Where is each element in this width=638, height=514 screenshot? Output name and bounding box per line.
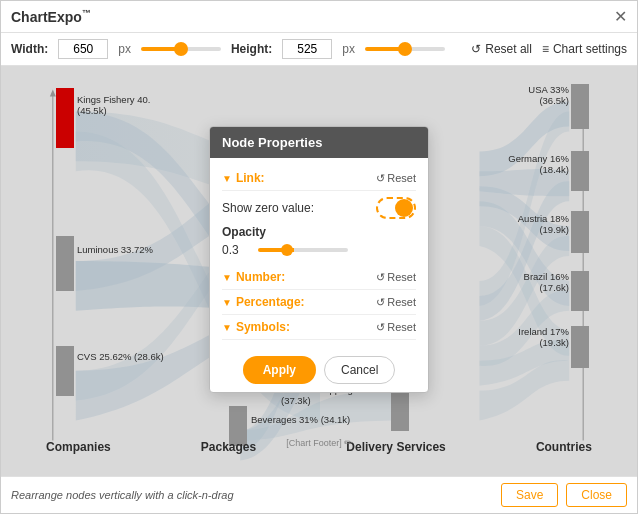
main-window: ChartExpo™ ✕ Width: px Height: px ↺ Rese… [0,0,638,514]
height-label: Height: [231,42,272,56]
title-bar: ChartExpo™ ✕ [1,1,637,33]
height-slider[interactable] [365,47,445,51]
number-label: ▼ Number: [222,270,285,284]
percentage-reset-button[interactable]: ↺ Reset [376,296,416,309]
chevron-percentage-icon: ▼ [222,297,232,308]
chevron-symbols-icon: ▼ [222,322,232,333]
reset-symbols-icon: ↺ [376,321,385,334]
reset-icon: ↺ [471,42,481,56]
opacity-row: 0.3 [222,239,416,265]
reset-link-icon: ↺ [376,172,385,185]
modal-link-section: ▼ Link: ↺ Reset [222,166,416,191]
height-input[interactable] [282,39,332,59]
link-label: ▼ Link: [222,171,265,185]
cancel-button[interactable]: Cancel [324,356,395,384]
toolbar: Width: px Height: px ↺ Reset all ≡ Chart… [1,33,637,66]
chevron-link-icon: ▼ [222,173,232,184]
opacity-label: Opacity [222,225,416,239]
close-icon[interactable]: ✕ [614,7,627,26]
symbols-label: ▼ Symbols: [222,320,290,334]
show-zero-toggle[interactable] [376,197,416,219]
bottom-hint: Rearrange nodes vertically with a click-… [11,489,234,501]
opacity-slider[interactable] [258,248,348,252]
toggle-thumb [395,199,413,217]
show-zero-label: Show zero value: [222,201,314,215]
node-properties-modal: Node Properties ▼ Link: ↺ Reset [209,126,429,393]
width-slider[interactable] [141,47,221,51]
chart-settings-icon: ≡ [542,42,549,56]
reset-number-icon: ↺ [376,271,385,284]
width-input[interactable] [58,39,108,59]
modal-overlay: Node Properties ▼ Link: ↺ Reset [1,66,637,476]
close-button[interactable]: Close [566,483,627,507]
modal-percentage-section: ▼ Percentage: ↺ Reset [222,290,416,315]
opacity-value: 0.3 [222,243,250,257]
reset-percentage-icon: ↺ [376,296,385,309]
save-button[interactable]: Save [501,483,558,507]
chevron-number-icon: ▼ [222,272,232,283]
modal-title: Node Properties [210,127,428,158]
modal-footer: Apply Cancel [210,348,428,392]
modal-number-section: ▼ Number: ↺ Reset [222,265,416,290]
apply-button[interactable]: Apply [243,356,316,384]
bottom-bar: Rearrange nodes vertically with a click-… [1,476,637,513]
reset-all-button[interactable]: ↺ Reset all [471,42,532,56]
width-slider-container [141,47,221,51]
height-unit: px [342,42,355,56]
bottom-buttons: Save Close [501,483,627,507]
modal-body: ▼ Link: ↺ Reset Show zero value: [210,158,428,348]
chart-settings-button[interactable]: ≡ Chart settings [542,42,627,56]
app-title: ChartExpo™ [11,8,91,25]
width-label: Width: [11,42,48,56]
link-reset-button[interactable]: ↺ Reset [376,172,416,185]
show-zero-row: Show zero value: [222,191,416,225]
number-reset-button[interactable]: ↺ Reset [376,271,416,284]
chart-area: Kings Fishery 40.(45.5k) Luminous 33.72%… [1,66,637,476]
percentage-label: ▼ Percentage: [222,295,305,309]
width-unit: px [118,42,131,56]
modal-symbols-section: ▼ Symbols: ↺ Reset [222,315,416,340]
height-slider-container [365,47,445,51]
symbols-reset-button[interactable]: ↺ Reset [376,321,416,334]
